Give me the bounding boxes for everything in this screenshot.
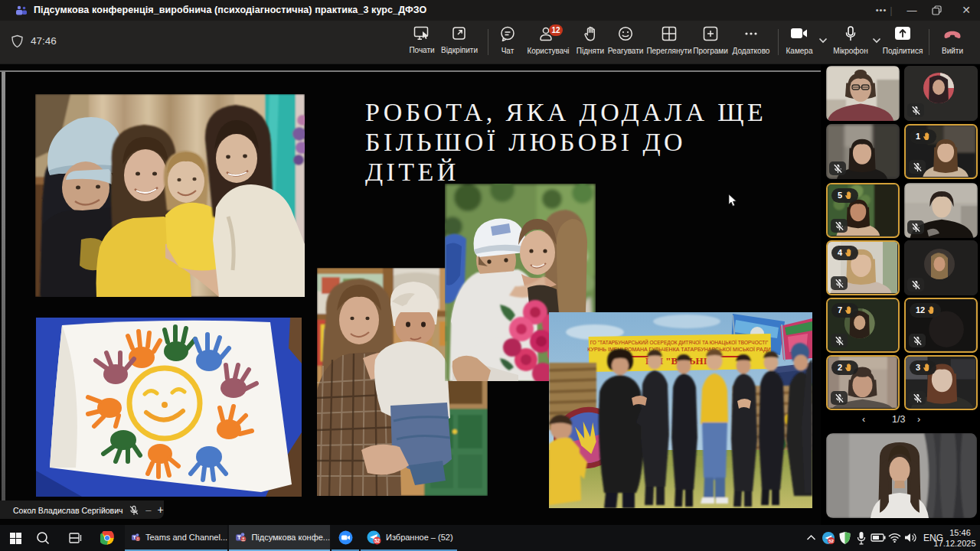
- svg-text:52: 52: [374, 537, 381, 543]
- svg-text:ГО "ТАТАРБУНАРСЬКИЙ ОСЕРЕДОК Д: ГО "ТАТАРБУНАРСЬКИЙ ОСЕРЕДОК ДИТЯЧОЇ ТА …: [590, 339, 769, 346]
- svg-text:52: 52: [828, 539, 834, 543]
